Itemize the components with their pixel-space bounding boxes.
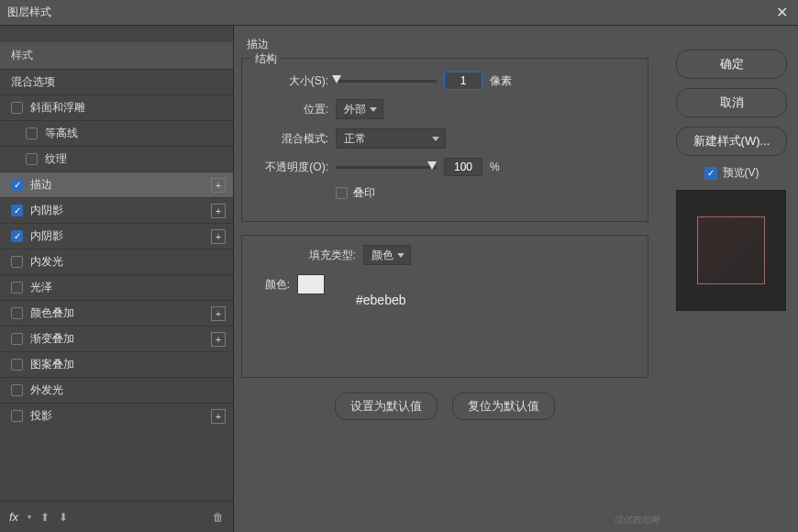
opacity-slider[interactable] (336, 166, 437, 169)
checkbox-icon[interactable] (11, 307, 23, 319)
sidebar-item-label: 图案叠加 (30, 357, 226, 372)
dropdown-value: 外部 (344, 102, 366, 117)
sidebar-item-dropshadow[interactable]: 投影 + (0, 403, 233, 428)
sidebar-item-stroke[interactable]: 描边 + (0, 172, 233, 197)
sidebar-item-patternoverlay[interactable]: 图案叠加 (0, 351, 233, 377)
checkbox-icon[interactable] (11, 384, 23, 396)
size-label: 大小(S): (253, 73, 336, 89)
panel-title: 描边 (241, 37, 648, 52)
filltype-label: 填充类型: (253, 248, 363, 263)
sidebar-item-label: 混合选项 (11, 74, 226, 90)
make-default-button[interactable]: 设置为默认值 (335, 393, 438, 420)
reset-default-button[interactable]: 复位为默认值 (452, 393, 555, 420)
sidebar-item-label: 等高线 (45, 126, 226, 141)
overprint-checkbox[interactable] (336, 187, 348, 199)
position-label: 位置: (253, 102, 336, 117)
checkbox-icon[interactable] (26, 153, 38, 165)
checkbox-icon[interactable] (11, 359, 23, 371)
main-area: 样式 混合选项 斜面和浮雕 等高线 纹理 描边 + (0, 26, 798, 532)
sidebar-item-label: 投影 (30, 408, 211, 424)
sidebar-item-innershadow-2[interactable]: 内阴影 + (0, 223, 233, 249)
color-label: 颜色: (253, 277, 297, 293)
sidebar-item-label: 渐变叠加 (30, 331, 211, 347)
fx-icon[interactable]: fx (9, 510, 18, 524)
sidebar-item-gradientoverlay[interactable]: 渐变叠加 + (0, 326, 233, 351)
sidebar-item-bevel[interactable]: 斜面和浮雕 (0, 94, 233, 120)
checkbox-icon[interactable] (11, 282, 23, 294)
sidebar-item-label: 光泽 (30, 280, 226, 295)
fill-fieldset: 填充类型: 颜色 颜色: #ebebeb (241, 235, 648, 378)
watermark: 优优教程网 (614, 514, 659, 526)
plus-icon[interactable]: + (211, 229, 226, 244)
styles-sidebar: 样式 混合选项 斜面和浮雕 等高线 纹理 描边 + (0, 26, 234, 532)
preview-label: 预览(V) (723, 165, 759, 181)
sidebar-item-label: 内阴影 (30, 228, 211, 244)
checkbox-icon[interactable] (11, 410, 23, 422)
checkbox-icon[interactable] (11, 256, 23, 268)
opacity-label: 不透明度(O): (253, 160, 336, 175)
checkbox-icon[interactable] (26, 127, 38, 139)
plus-icon[interactable]: + (211, 306, 226, 321)
sidebar-item-contour[interactable]: 等高线 (0, 120, 233, 146)
sidebar-item-label: 描边 (30, 177, 211, 193)
plus-icon[interactable]: + (211, 204, 226, 218)
blend-row: 混合模式: 正常 (253, 128, 637, 149)
structure-legend: 结构 (251, 51, 281, 67)
size-slider[interactable] (336, 80, 437, 83)
sidebar-item-outerglow[interactable]: 外发光 (0, 377, 233, 403)
opacity-row: 不透明度(O): % (253, 158, 637, 176)
color-row: 颜色: #ebebeb (253, 274, 637, 294)
plus-icon[interactable]: + (211, 178, 226, 193)
color-hex: #ebebeb (356, 293, 406, 307)
trash-icon[interactable]: 🗑 (213, 511, 224, 524)
size-input[interactable] (444, 72, 482, 90)
sidebar-item-coloroverlay[interactable]: 颜色叠加 + (0, 300, 233, 326)
slider-handle-icon[interactable] (427, 161, 437, 170)
titlebar: 图层样式 ✕ (0, 0, 798, 26)
preview-box (676, 190, 786, 311)
slider-handle-icon[interactable] (332, 75, 341, 83)
sidebar-item-satin[interactable]: 光泽 (0, 274, 233, 300)
sidebar-item-texture[interactable]: 纹理 (0, 146, 233, 172)
ok-button[interactable]: 确定 (676, 50, 787, 79)
dropdown-value: 正常 (344, 131, 366, 147)
size-unit: 像素 (490, 73, 512, 89)
checkbox-icon[interactable] (11, 230, 23, 242)
plus-icon[interactable]: + (211, 332, 226, 347)
checkbox-icon[interactable] (11, 205, 23, 216)
blend-label: 混合模式: (253, 131, 336, 147)
styles-header: 样式 (0, 42, 233, 69)
preview-thumbnail (697, 216, 765, 284)
position-dropdown[interactable]: 外部 (336, 99, 383, 119)
filltype-dropdown[interactable]: 颜色 (363, 245, 411, 265)
plus-icon[interactable]: + (211, 409, 226, 424)
sidebar-item-label: 颜色叠加 (30, 305, 211, 321)
checkbox-icon[interactable] (11, 102, 23, 114)
sidebar-item-innerglow[interactable]: 内发光 (0, 249, 233, 274)
window-title: 图层样式 (7, 5, 772, 20)
structure-fieldset: 结构 大小(S): 像素 位置: 外部 混合模式: 正常 不透明度(O): % (241, 58, 648, 222)
arrow-down-icon[interactable]: ⬇ (59, 511, 68, 524)
color-swatch[interactable] (297, 274, 325, 294)
sidebar-footer: fx ▾ ⬆ ⬇ 🗑 (0, 501, 233, 532)
opacity-input[interactable] (444, 158, 482, 176)
sidebar-item-label: 外发光 (30, 382, 226, 398)
checkbox-icon[interactable] (11, 333, 23, 345)
new-style-button[interactable]: 新建样式(W)... (676, 127, 787, 156)
sidebar-item-innershadow-1[interactable]: 内阴影 + (0, 197, 233, 223)
arrow-up-icon[interactable]: ⬆ (40, 511, 50, 524)
sidebar-item-blending[interactable]: 混合选项 (0, 69, 233, 94)
checkbox-icon[interactable] (11, 179, 23, 191)
sidebar-item-label: 内阴影 (30, 203, 211, 218)
close-icon[interactable]: ✕ (772, 4, 791, 21)
checkbox-icon[interactable] (704, 167, 717, 180)
cancel-button[interactable]: 取消 (676, 88, 787, 117)
settings-panel: 描边 结构 大小(S): 像素 位置: 外部 混合模式: 正常 不透明度(O): (234, 26, 665, 532)
action-column: 确定 取消 新建样式(W)... 预览(V) (665, 26, 798, 532)
blend-dropdown[interactable]: 正常 (336, 128, 446, 149)
position-row: 位置: 外部 (253, 99, 637, 119)
preview-toggle[interactable]: 预览(V) (676, 165, 787, 181)
size-row: 大小(S): 像素 (253, 72, 637, 90)
filltype-row: 填充类型: 颜色 (253, 245, 637, 265)
opacity-unit: % (490, 161, 500, 173)
